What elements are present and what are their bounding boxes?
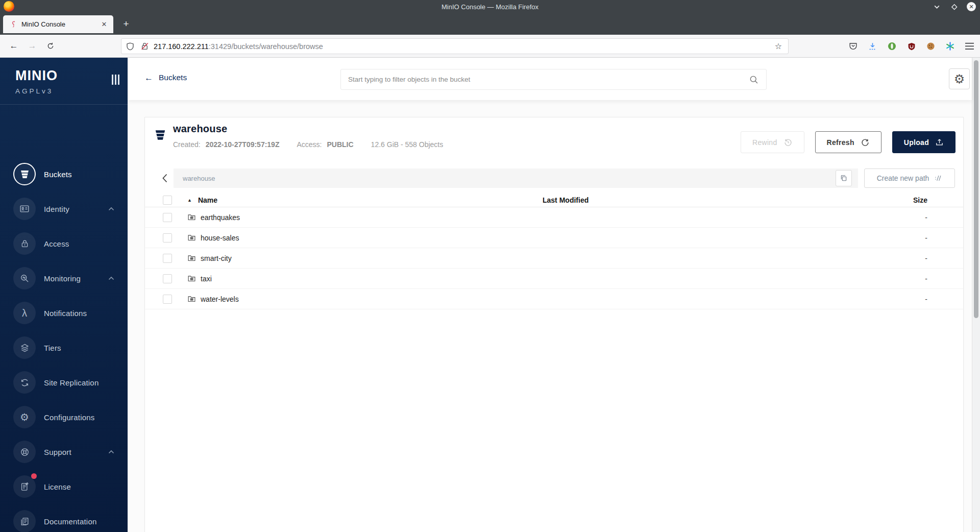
upload-button[interactable]: Upload [892,131,955,153]
sidebar-item-label: Identity [44,205,69,213]
upload-icon [935,138,944,147]
sidebar-collapse-button[interactable] [112,75,119,85]
back-button[interactable]: ← [6,38,21,54]
name-column-header[interactable]: ▲ Name [187,196,543,204]
license-document-icon [20,482,30,492]
forward-button[interactable]: → [24,38,40,54]
window-titlebar: MinIO Console — Mozilla Firefox ✕ [0,0,980,13]
sidebar-item-buckets[interactable]: Buckets [0,157,128,191]
last-modified-column-header: Last Modified [543,196,851,204]
sidebar-item-site-replication[interactable]: Site Replication [0,365,128,400]
object-filter-input[interactable] [348,76,749,83]
shield-icon [126,42,135,51]
table-row-house-sales[interactable]: house-sales - [145,228,963,248]
create-new-path-button[interactable]: Create new path [864,168,955,188]
current-path-bar: warehouse [174,168,858,188]
copy-icon [840,174,848,182]
select-all-checkbox[interactable] [163,196,172,205]
asterisk-extension-button[interactable] [945,41,955,52]
cookie-extension-button[interactable] [925,41,936,52]
lambda-icon: λ [22,308,27,318]
row-checkbox[interactable] [163,213,172,222]
refresh-label: Refresh [827,138,854,147]
browser-window: MinIO Console — Mozilla Firefox ✕ MinIO … [0,0,980,532]
copy-path-button[interactable] [836,170,852,186]
table-row-taxi[interactable]: taxi - [145,269,963,289]
object-name: taxi [201,275,212,283]
url-text: 217.160.222.211:31429/buckets/warehouse/… [154,42,773,51]
sidebar-item-license[interactable]: License [0,469,128,504]
folder-icon [187,295,196,303]
menu-button[interactable] [964,41,975,52]
monitoring-search-icon [19,273,30,283]
bucket-name-title: warehouse [173,123,227,135]
row-checkbox[interactable] [163,233,172,243]
download-icon [868,41,877,51]
table-row-water-levels[interactable]: water-levels - [145,289,963,309]
minio-console-app: MINIO AGPLv3 Buckets Identity Access [0,58,980,532]
sidebar-item-label: Documentation [44,517,97,526]
create-path-label: Create new path [877,174,929,182]
bucket-settings-button[interactable]: ⚙ [949,68,970,89]
layers-icon [20,343,30,353]
access-value: PUBLIC [327,140,353,149]
sidebar-item-configurations[interactable]: ⚙ Configurations [0,400,128,434]
ublock-origin-button[interactable] [906,41,917,52]
window-maximize-button[interactable] [949,2,959,11]
chevron-up-icon [108,450,114,454]
bucket-icon [154,128,167,142]
breadcrumb-label: Buckets [159,73,187,82]
lock-icon [20,239,30,249]
created-value: 2022-10-27T09:57:19Z [206,140,280,149]
flamingo-favicon-icon [9,20,17,28]
content-area: warehouse Created: 2022-10-27T09:57:19Z … [128,100,972,532]
window-minimize-button[interactable] [932,2,941,11]
buckets-breadcrumb-link[interactable]: ← Buckets [144,73,187,82]
downloads-button[interactable] [867,41,878,52]
reload-button[interactable] [43,38,58,54]
sidebar-item-tiers[interactable]: Tiers [0,330,128,365]
lifebuoy-icon [20,447,30,457]
scrollbar-thumb[interactable] [974,60,978,318]
navigation-toolbar: ← → 217.160.222.211:31429/buckets/wareho… [0,35,980,58]
sidebar-item-label: Configurations [44,413,95,422]
row-checkbox[interactable] [163,254,172,263]
page-header: ← Buckets ⚙ [128,58,972,100]
sidebar-item-notifications[interactable]: λ Notifications [0,296,128,330]
diamond-icon [951,4,958,10]
firefox-logo-icon [4,1,14,12]
url-host: 217.160.222.211 [154,42,209,51]
bookmark-star-button[interactable]: ☆ [773,41,784,51]
url-bar[interactable]: 217.160.222.211:31429/buckets/warehouse/… [121,38,789,54]
chevron-down-icon [934,4,940,10]
table-header-row: ▲ Name Last Modified Size [145,194,963,207]
object-name: water-levels [201,295,239,303]
sidebar-item-label: Buckets [44,170,72,179]
sidebar-item-access[interactable]: Access [0,226,128,261]
row-checkbox[interactable] [163,274,172,283]
sidebar-item-monitoring[interactable]: Monitoring [0,261,128,296]
sidebar-item-label: Support [44,448,71,456]
chevron-left-icon [161,173,169,183]
path-back-button[interactable] [156,168,174,188]
chevron-up-icon [108,276,114,280]
new-tab-button[interactable]: + [118,16,134,32]
row-checkbox[interactable] [163,295,172,304]
sidebar-item-support[interactable]: Support [0,434,128,469]
sidebar-item-identity[interactable]: Identity [0,191,128,226]
pocket-button[interactable] [848,41,859,52]
window-close-button[interactable]: ✕ [967,2,976,11]
path-navigation-row: warehouse Create new path [156,168,955,188]
sidebar: MINIO AGPLv3 Buckets Identity Access [0,58,128,532]
sidebar-item-documentation[interactable]: Documentation [0,504,128,532]
refresh-button[interactable]: Refresh [815,131,881,153]
object-size: - [851,275,963,283]
privacy-badger-button[interactable] [887,41,897,52]
table-row-smart-city[interactable]: smart-city - [145,248,963,269]
tab-minio-console[interactable]: MinIO Console ✕ [3,15,113,33]
reload-icon [46,42,55,50]
rewind-button[interactable]: Rewind [741,131,804,153]
tab-close-button[interactable]: ✕ [99,19,109,30]
folder-icon [187,274,196,283]
table-row-earthquakes[interactable]: earthquakes - [145,207,963,228]
